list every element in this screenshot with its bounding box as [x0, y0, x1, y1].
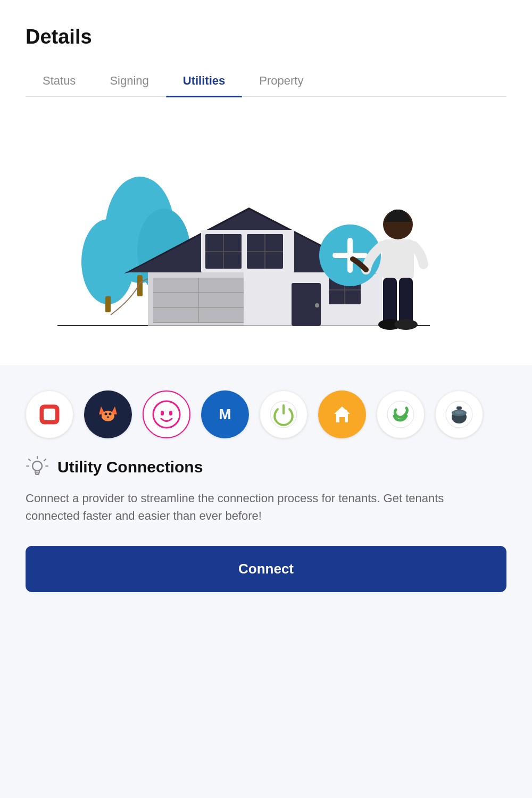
- house-illustration: [26, 118, 506, 344]
- provider-icon-4[interactable]: M: [201, 390, 249, 438]
- utility-connections-description: Connect a provider to streamline the con…: [26, 489, 483, 525]
- page-title: Details: [26, 26, 506, 48]
- svg-text:M: M: [219, 406, 231, 422]
- svg-rect-34: [399, 278, 413, 326]
- svg-rect-4: [105, 296, 111, 312]
- provider-icon-3[interactable]: [143, 390, 190, 438]
- svg-point-61: [455, 411, 463, 414]
- svg-rect-48: [169, 411, 172, 415]
- page-container: Details Status Signing Utilities Propert…: [0, 0, 532, 798]
- svg-rect-64: [36, 473, 39, 475]
- provider-icon-8[interactable]: [435, 390, 483, 438]
- utility-section: Utility Connections Connect a provider t…: [26, 455, 506, 525]
- svg-point-44: [109, 413, 112, 415]
- svg-point-56: [387, 401, 414, 428]
- illustration-area: [0, 97, 532, 365]
- utility-title-row: Utility Connections: [26, 455, 506, 479]
- svg-rect-38: [44, 409, 55, 420]
- provider-icon-5[interactable]: [260, 390, 307, 438]
- header: Details Status Signing Utilities Propert…: [0, 0, 532, 97]
- connect-button[interactable]: Connect: [26, 546, 506, 592]
- svg-line-66: [44, 459, 46, 461]
- svg-line-67: [29, 459, 30, 461]
- provider-icon-1[interactable]: [26, 390, 73, 438]
- utility-connections-title: Utility Connections: [57, 458, 203, 476]
- provider-icon-7[interactable]: [377, 390, 425, 438]
- svg-point-42: [102, 411, 114, 421]
- lightbulb-icon: [26, 455, 49, 479]
- tabs-container: Status Signing Utilities Property: [26, 65, 506, 97]
- tab-signing[interactable]: Signing: [93, 65, 165, 96]
- svg-point-62: [32, 461, 42, 471]
- svg-point-45: [107, 417, 109, 418]
- svg-rect-55: [344, 410, 347, 414]
- svg-rect-47: [161, 411, 164, 415]
- svg-rect-33: [383, 278, 397, 326]
- svg-point-43: [105, 413, 107, 415]
- svg-rect-58: [456, 406, 462, 410]
- svg-point-36: [394, 319, 418, 330]
- provider-icon-2[interactable]: [84, 390, 132, 438]
- svg-point-15: [315, 303, 319, 307]
- bottom-section: M: [0, 365, 532, 798]
- tab-status[interactable]: Status: [26, 65, 93, 96]
- svg-rect-54: [339, 417, 345, 422]
- svg-point-46: [153, 401, 180, 428]
- svg-rect-32: [382, 239, 414, 279]
- tab-property[interactable]: Property: [242, 65, 320, 96]
- provider-icons-row: M: [26, 390, 506, 438]
- provider-icon-6[interactable]: [318, 390, 366, 438]
- tab-utilities[interactable]: Utilities: [166, 65, 242, 96]
- svg-point-3: [81, 219, 135, 304]
